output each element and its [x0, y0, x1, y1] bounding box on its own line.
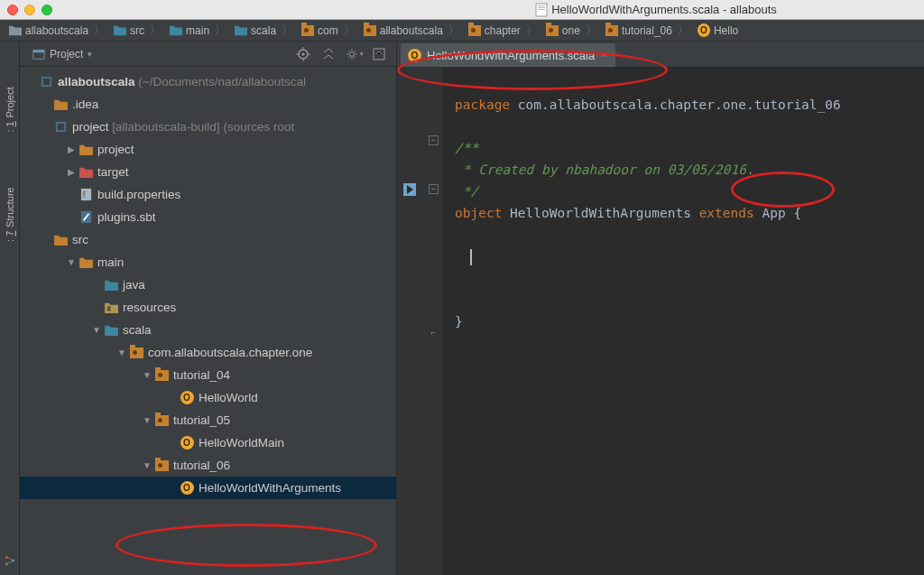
text-caret [470, 249, 472, 265]
titlebar: HelloWorldWithArguments.scala - allabout… [0, 0, 924, 20]
object-icon: O [408, 49, 421, 62]
folder-icon [78, 166, 94, 178]
tree-row-plugins-sbt[interactable]: ▶ plugins.sbt [20, 206, 396, 228]
tree-row-inner-project[interactable]: ▶ project [20, 138, 396, 161]
structure-icon [5, 555, 15, 566]
tree-row-main[interactable]: ▼ main [20, 251, 396, 274]
collapse-all-button[interactable] [319, 44, 338, 64]
breadcrumb-item[interactable]: tutorial_06〉 [602, 23, 694, 38]
source-folder-icon [103, 324, 119, 336]
tree-row-tutorial06[interactable]: ▼ tutorial_06 [20, 454, 396, 477]
fold-toggle-icon[interactable]: − [429, 184, 439, 194]
module-icon [38, 75, 54, 88]
settings-button[interactable]: ▾ [344, 44, 364, 64]
tree-row-scala[interactable]: ▼ scala [20, 319, 396, 341]
project-tree[interactable]: ▶ allaboutscala (~/Documents/nad/allabou… [20, 67, 396, 575]
project-icon [32, 48, 45, 60]
tree-row-project[interactable]: ▶ project [allaboutscala-build] (sources… [20, 116, 396, 138]
breadcrumb-label: src [130, 24, 144, 37]
breadcrumb-item[interactable]: src〉 [110, 23, 166, 38]
breadcrumb-label: allaboutscala [380, 24, 443, 37]
tree-row-idea[interactable]: ▶ .idea [20, 93, 396, 116]
object-icon: O [179, 481, 195, 495]
tree-row-tutorial05[interactable]: ▼ tutorial_05 [20, 409, 396, 431]
breadcrumb-item[interactable]: one〉 [542, 23, 602, 38]
breadcrumb-item[interactable]: chapter〉 [465, 23, 542, 38]
resources-folder-icon [103, 301, 119, 313]
breadcrumb-label: Hello [714, 24, 738, 37]
breadcrumb-bar: allaboutscala〉 src〉 main〉 scala〉 com〉 al… [0, 20, 924, 42]
folder-icon [9, 24, 22, 37]
project-panel: Project ▾ ▾ ▶ allaboutscala (~/Documents… [20, 42, 397, 575]
package-icon [605, 24, 618, 37]
breadcrumb-item[interactable]: com〉 [298, 23, 360, 38]
package-icon [364, 24, 376, 37]
project-tool-tab[interactable]: : 1 Project [5, 87, 15, 133]
svg-point-11 [349, 51, 354, 56]
svg-rect-1 [538, 5, 545, 6]
properties-file-icon [78, 188, 94, 201]
collapse-arrow-icon[interactable]: ▼ [141, 415, 153, 425]
package-icon [128, 348, 144, 358]
module-icon [52, 120, 69, 134]
editor-gutter[interactable]: − − ⌐ [397, 67, 442, 575]
package-icon [153, 460, 170, 471]
editor-area: O HelloWorldWithArguments.scala × − − ⌐ … [397, 42, 924, 575]
folder-icon [78, 256, 94, 268]
collapse-arrow-icon[interactable]: ▼ [65, 257, 78, 267]
tree-row-helloworldmain[interactable]: ▶ O HelloWorldMain [20, 431, 396, 454]
object-icon: O [179, 391, 195, 404]
project-view-selector[interactable]: Project ▾ [27, 46, 97, 62]
fold-end-icon: ⌐ [429, 329, 439, 339]
svg-rect-18 [82, 191, 85, 193]
expand-arrow-icon[interactable]: ▶ [65, 144, 78, 154]
folder-icon [78, 144, 94, 155]
tree-row-src[interactable]: ▶ src [20, 228, 396, 251]
tree-row-root[interactable]: ▶ allaboutscala (~/Documents/nad/allabou… [20, 70, 396, 93]
window-controls [7, 5, 52, 15]
collapse-arrow-icon[interactable]: ▼ [90, 325, 103, 335]
editor-tab-bar: O HelloWorldWithArguments.scala × [397, 42, 924, 67]
collapse-arrow-icon[interactable]: ▼ [116, 348, 128, 357]
breadcrumb-label: main [186, 24, 209, 37]
minimize-window-button[interactable] [24, 5, 35, 15]
breadcrumb-item[interactable]: main〉 [166, 23, 231, 38]
breadcrumb-label: one [562, 24, 580, 37]
svg-rect-14 [42, 79, 50, 86]
close-tab-button[interactable]: × [600, 49, 606, 61]
zoom-window-button[interactable] [42, 5, 52, 15]
editor-tab[interactable]: O HelloWorldWithArguments.scala × [401, 43, 615, 67]
svg-rect-20 [82, 196, 85, 198]
tree-row-resources[interactable]: ▶ resources [20, 296, 396, 319]
svg-rect-17 [80, 189, 90, 200]
source-folder-icon [103, 279, 119, 291]
hide-button[interactable] [369, 44, 389, 64]
breadcrumb-label: allaboutscala [25, 24, 88, 37]
breadcrumb-item[interactable]: O Hello [694, 24, 742, 37]
fold-toggle-icon[interactable]: − [429, 135, 439, 145]
breadcrumb-item[interactable]: allaboutscala〉 [5, 23, 110, 38]
tree-row-package[interactable]: ▼ com.allaboutscala.chapter.one [20, 341, 396, 364]
breadcrumb-item[interactable]: scala〉 [231, 23, 298, 38]
tree-row-build-properties[interactable]: ▶ build.properties [20, 183, 396, 206]
tree-row-helloworldwithargs[interactable]: ▶ O HelloWorldWithArguments [20, 477, 396, 499]
breadcrumb-item[interactable]: allaboutscala〉 [360, 23, 465, 38]
tree-row-tutorial04[interactable]: ▼ tutorial_04 [20, 364, 396, 386]
expand-arrow-icon[interactable]: ▶ [65, 167, 78, 177]
collapse-arrow-icon[interactable]: ▼ [141, 370, 153, 380]
locate-button[interactable] [293, 44, 313, 64]
folder-icon [114, 24, 126, 37]
tree-row-java[interactable]: ▶ java [20, 274, 396, 296]
collapse-arrow-icon[interactable]: ▼ [141, 460, 153, 470]
svg-rect-16 [57, 124, 64, 131]
run-gutter-icon[interactable] [402, 182, 417, 197]
tree-row-helloworld[interactable]: ▶ O HelloWorld [20, 386, 396, 409]
svg-rect-23 [106, 309, 110, 311]
folder-icon [170, 24, 182, 37]
structure-tool-tab[interactable]: : 7 Structure [5, 187, 15, 242]
close-window-button[interactable] [7, 5, 18, 15]
chevron-down-icon: ▾ [88, 50, 92, 59]
code-editor[interactable]: package com.allaboutscala.chapter.one.tu… [442, 67, 924, 575]
tree-row-target[interactable]: ▶ target [20, 161, 396, 183]
sbt-file-icon [78, 210, 94, 224]
